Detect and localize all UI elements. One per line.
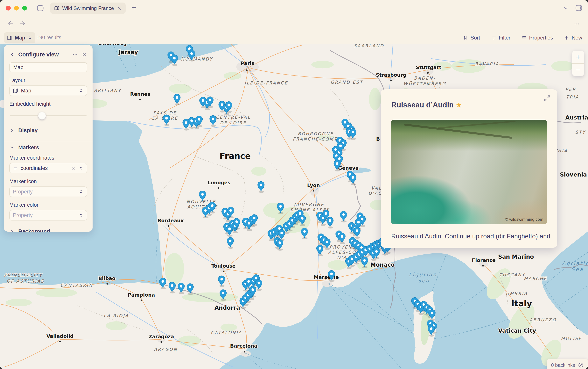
map-label: BRITTANY: [94, 88, 122, 93]
filter-button[interactable]: Filter: [491, 35, 510, 41]
sort-label: Sort: [470, 35, 480, 41]
view-toolbar: Map 190 results Sort Filter Properties N…: [0, 30, 588, 44]
map-label: PER: [565, 87, 576, 92]
map-label: Adriatic: [562, 260, 588, 266]
section-markers[interactable]: Markers: [9, 141, 87, 154]
marker-color-label: Marker color: [9, 202, 87, 208]
tab-wild-swimming-france[interactable]: Wild Swimming France: [50, 2, 126, 14]
forward-arrow-icon[interactable]: [19, 20, 26, 27]
check-circle-icon: [578, 362, 584, 368]
map-label: Guernsey: [98, 44, 127, 46]
map-label: PRINCIPALITY: [4, 273, 43, 278]
map-label: Vatican City: [498, 327, 536, 334]
chevron-down-icon[interactable]: [563, 5, 569, 11]
map-label: UMBRIA: [506, 291, 528, 296]
marker-icon-placeholder: Property: [13, 189, 76, 195]
map-label: D'A: [337, 255, 347, 260]
map-label: DE LOIRE: [220, 120, 246, 125]
city-dot: [218, 187, 219, 189]
city-dot: [313, 190, 314, 192]
layout-label: Layout: [9, 77, 87, 83]
map-label: FRANCHE-COMTÉ: [293, 136, 341, 142]
map-icon: [7, 35, 12, 41]
map-label: France: [220, 151, 251, 161]
new-button[interactable]: New: [564, 35, 582, 41]
map-icon: [13, 88, 18, 93]
new-label: New: [572, 35, 582, 41]
zoom-out-button[interactable]: −: [572, 64, 584, 76]
marker-coordinates-label: Marker coordinates: [9, 155, 87, 161]
coordinates-value: coordinates: [21, 165, 69, 171]
backlinks-count: 0 backlinks: [551, 362, 575, 368]
close-tab-icon[interactable]: [117, 6, 122, 10]
map-label: BAVARIA: [475, 61, 499, 66]
city-dot: [246, 70, 247, 71]
map-label: NORMANDY: [181, 56, 213, 62]
chevron-down-icon: [9, 145, 14, 150]
maximize-window-button[interactable]: [22, 6, 27, 10]
expand-icon[interactable]: [543, 94, 551, 102]
map-label: PAYS DE: [153, 110, 177, 115]
map-zoom-control: + −: [572, 51, 584, 76]
view-name-input[interactable]: [9, 62, 87, 72]
minimize-window-button[interactable]: [14, 6, 19, 10]
slider-knob[interactable]: [38, 112, 46, 120]
map-label: Zaragoza: [148, 334, 174, 339]
section-background[interactable]: Background: [9, 225, 87, 232]
map-label: Monaco: [370, 261, 395, 268]
map-label: Ligurian: [409, 272, 437, 277]
marker-icon-select[interactable]: Property: [9, 186, 87, 197]
view-switcher-button[interactable]: Map: [4, 32, 35, 43]
window-controls: [6, 6, 27, 10]
properties-icon: [521, 35, 527, 41]
map-label: Marseille: [314, 274, 339, 280]
sort-button[interactable]: Sort: [463, 35, 480, 41]
more-options-icon[interactable]: [574, 21, 580, 27]
filter-label: Filter: [499, 35, 510, 41]
map-label: D'AO: [368, 191, 382, 196]
map-label: STY: [575, 130, 586, 135]
marker-color-select[interactable]: Property: [9, 210, 87, 221]
slider-track[interactable]: [10, 115, 87, 116]
city-dot: [482, 265, 484, 267]
back-arrow-icon[interactable]: [7, 20, 14, 27]
layout-select[interactable]: Map: [9, 85, 87, 96]
marker-color-placeholder: Property: [13, 212, 76, 218]
app-window: GuernseyJerseyNORMANDYParisSAARLANDGRAND…: [0, 0, 588, 369]
embedded-height-label: Embedded height: [9, 101, 87, 107]
zoom-in-button[interactable]: +: [572, 51, 584, 63]
back-chevron-icon[interactable]: [9, 51, 15, 57]
map-label: ABRUZZO: [529, 317, 557, 322]
map-icon: [54, 5, 59, 11]
panel-close-icon[interactable]: [81, 51, 87, 57]
embedded-height-slider[interactable]: [9, 112, 87, 120]
properties-button[interactable]: Properties: [521, 35, 553, 41]
sidebar-left-icon[interactable]: [36, 4, 44, 12]
city-dot: [168, 225, 169, 227]
configure-view-panel: Configure view Layout Map Embedded heigh…: [4, 45, 93, 232]
relation-lines-icon: [13, 166, 18, 171]
map-label: Valladolid: [47, 333, 74, 339]
marker-coordinates-select[interactable]: coordinates: [9, 163, 87, 174]
map-label: Rennes: [130, 91, 150, 97]
sidebar-right-icon[interactable]: [575, 4, 583, 12]
map-label: San Marino: [498, 253, 534, 260]
nav-row: [0, 16, 588, 30]
section-display-label: Display: [18, 127, 38, 133]
close-window-button[interactable]: [6, 6, 11, 10]
map-label: Barcelona: [230, 343, 257, 349]
map-label: Slovenia: [560, 171, 587, 178]
object-preview-card[interactable]: Ruisseau d’Audin★ © wildswimming.com Rui…: [381, 89, 557, 248]
map-label: Pamplona: [128, 292, 155, 298]
panel-more-icon[interactable]: [72, 51, 78, 58]
map-label: LA RIOJA: [104, 313, 129, 318]
new-tab-icon[interactable]: [131, 4, 137, 11]
backlinks-badge[interactable]: 0 backlinks: [547, 359, 588, 369]
clear-icon[interactable]: [71, 166, 76, 171]
section-display[interactable]: Display: [9, 124, 87, 137]
map-label: Austria: [565, 114, 588, 121]
titlebar: Wild Swimming France: [0, 0, 588, 16]
map-label: VAL: [371, 185, 382, 191]
map-label: CANTABRIA: [60, 283, 93, 288]
object-title: Ruisseau d’Audin★: [391, 101, 547, 109]
